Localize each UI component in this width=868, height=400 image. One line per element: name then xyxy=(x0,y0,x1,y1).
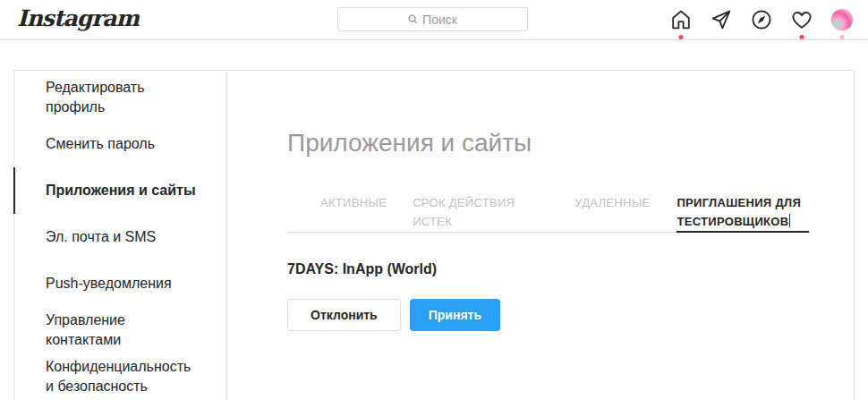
tab-removed[interactable]: УДАЛЕННЫЕ xyxy=(574,193,650,233)
invite-app-name: 7DAYS: InApp (World) xyxy=(287,261,854,277)
explore-button[interactable] xyxy=(751,9,772,30)
invite-actions: Отклонить Принять xyxy=(287,299,854,331)
sidebar-item-label: Эл. почта и SMS xyxy=(46,227,156,247)
settings-panel: Редактировать профиль Сменить пароль При… xyxy=(13,70,855,400)
tab-label: ПРИГЛАШЕНИЯ ДЛЯ ТЕСТИРОВЩИКОВ xyxy=(677,196,801,228)
header-nav xyxy=(670,9,853,30)
paper-plane-icon xyxy=(711,9,732,30)
tab-label: СРОК ДЕЙСТВИЯ ИСТЕК xyxy=(413,196,515,228)
sidebar-item-label: Приложения и сайты xyxy=(46,181,196,200)
text-cursor xyxy=(789,214,790,227)
profile-avatar xyxy=(831,9,853,30)
heart-icon xyxy=(791,9,813,30)
compass-icon xyxy=(751,9,772,30)
home-notification-dot xyxy=(679,35,684,39)
accept-button[interactable]: Принять xyxy=(410,299,500,331)
sidebar-item-manage-contacts[interactable]: Управление контактами xyxy=(14,307,226,353)
activity-button[interactable] xyxy=(791,9,813,30)
sidebar-item-edit-profile[interactable]: Редактировать профиль xyxy=(14,74,226,121)
tab-tester-invites[interactable]: ПРИГЛАШЕНИЯ ДЛЯ ТЕСТИРОВЩИКОВ xyxy=(677,193,809,233)
settings-sidebar: Редактировать профиль Сменить пароль При… xyxy=(14,71,227,400)
tab-label: УДАЛЕННЫЕ xyxy=(574,196,650,209)
tab-expired[interactable]: СРОК ДЕЙСТВИЯ ИСТЕК xyxy=(413,193,518,233)
sidebar-item-label: Редактировать профиль xyxy=(46,78,201,117)
settings-content: Приложения и сайты АКТИВНЫЕ СРОК ДЕЙСТВИ… xyxy=(227,71,854,400)
sidebar-item-label: Конфиденциальность и безопасность xyxy=(46,357,201,396)
sidebar-item-label: Управление контактами xyxy=(46,311,201,350)
tab-active-apps[interactable]: АКТИВНЫЕ xyxy=(320,193,387,233)
sidebar-item-change-password[interactable]: Сменить пароль xyxy=(14,121,226,167)
search-placeholder: Поиск xyxy=(422,13,457,27)
search-icon xyxy=(408,14,418,24)
tab-bar: АКТИВНЫЕ СРОК ДЕЙСТВИЯ ИСТЕК УДАЛЕННЫЕ П… xyxy=(287,193,811,233)
search-input[interactable]: Поиск xyxy=(337,7,528,31)
page-title: Приложения и сайты xyxy=(287,126,854,160)
sidebar-item-email-sms[interactable]: Эл. почта и SMS xyxy=(14,214,226,260)
decline-button[interactable]: Отклонить xyxy=(287,299,401,331)
home-button[interactable] xyxy=(670,9,692,30)
sidebar-item-label: Сменить пароль xyxy=(46,134,155,154)
home-icon xyxy=(670,9,692,30)
activity-notification-dot xyxy=(800,35,804,39)
sidebar-item-privacy-security[interactable]: Конфиденциальность и безопасность xyxy=(14,353,226,400)
instagram-logo[interactable]: Instagram xyxy=(17,5,139,31)
top-navbar: Instagram Поиск xyxy=(0,0,868,40)
sidebar-item-push-notifications[interactable]: Push-уведомления xyxy=(14,260,226,307)
profile-button[interactable] xyxy=(831,9,853,30)
profile-notification-dot xyxy=(840,35,845,39)
direct-messages-button[interactable] xyxy=(711,9,732,30)
tab-label: АКТИВНЫЕ xyxy=(320,196,387,209)
sidebar-item-apps-websites[interactable]: Приложения и сайты xyxy=(14,167,226,214)
sidebar-item-label: Push-уведомления xyxy=(46,274,172,294)
